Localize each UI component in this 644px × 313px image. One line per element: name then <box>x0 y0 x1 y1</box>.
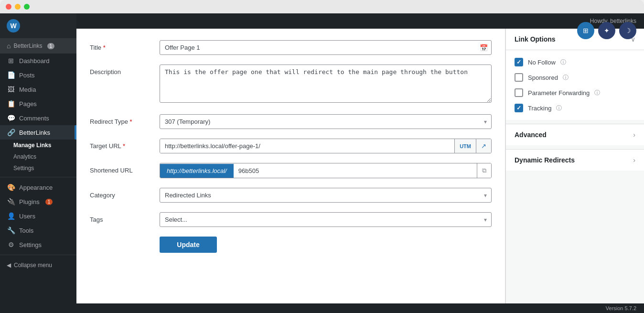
tracking-checkbox[interactable]: ✓ <box>515 104 523 112</box>
appearance-icon: 🎨 <box>7 183 15 191</box>
grid-view-button[interactable]: ⊞ <box>577 29 594 39</box>
sidebar-item-users[interactable]: 👤 Users <box>0 209 76 223</box>
redirect-type-select[interactable]: 307 (Temporary) 301 (Permanent) 302 (Tem… <box>160 114 492 129</box>
description-row: Description This is the offer page one t… <box>90 65 492 105</box>
sidebar-top-bar: ⌂ BetterLinks 1 <box>0 38 76 54</box>
appearance-label: Appearance <box>19 184 53 191</box>
dynamic-redirects-section: Dynamic Redirects › <box>506 149 644 171</box>
users-label: Users <box>19 213 35 220</box>
form-panel: Title * 📅 Description This <box>76 29 505 303</box>
sidebar-logo: W <box>0 13 76 38</box>
description-control-wrap: This is the offer page one that will red… <box>160 65 492 105</box>
betterlinks-icon: 🔗 <box>7 129 15 136</box>
copy-icon: ⧉ <box>482 167 486 174</box>
copy-button[interactable]: ⧉ <box>477 163 491 178</box>
update-label-spacer <box>90 237 152 240</box>
category-select[interactable]: Redirected Links Uncategorized <box>160 188 492 203</box>
link-options-section: Link Options ∨ ✓ No Follow ⓘ <box>506 29 644 120</box>
sidebar-subitem-settings[interactable]: Settings <box>0 162 76 174</box>
category-row: Category Redirected Links Uncategorized … <box>90 188 492 203</box>
shortened-url-base[interactable]: http://betterlinks.local/ <box>160 164 234 178</box>
redirect-required: * <box>128 118 132 125</box>
site-name: BetterLinks <box>13 43 42 49</box>
tools-icon: 🔧 <box>7 227 15 234</box>
title-required: * <box>101 44 106 51</box>
sidebar-item-label-dashboard: Dashboard <box>19 57 50 65</box>
update-button[interactable]: Update <box>160 237 217 253</box>
minimize-dot[interactable] <box>15 4 21 10</box>
parameter-forwarding-checkbox[interactable] <box>515 88 523 97</box>
plugins-label: Plugins <box>19 198 40 205</box>
no-follow-label: No Follow <box>528 59 556 66</box>
tags-select[interactable]: Select... <box>160 212 492 227</box>
parameter-forwarding-info-icon[interactable]: ⓘ <box>594 89 600 97</box>
target-url-required: * <box>121 142 125 150</box>
no-follow-checkmark: ✓ <box>516 59 521 65</box>
sponsored-label: Sponsored <box>528 74 558 81</box>
dynamic-redirects-header[interactable]: Dynamic Redirects › <box>506 150 644 171</box>
analytics-label: Analytics <box>13 153 36 160</box>
shortened-url-display: http://betterlinks.local/ 96b505 ⧉ <box>160 163 492 178</box>
sidebar-item-posts[interactable]: 📄 Posts <box>0 68 76 82</box>
plugins-badge: 1 <box>45 199 53 205</box>
close-dot[interactable] <box>6 4 11 10</box>
share-button[interactable]: ↗ <box>476 139 491 153</box>
collapse-menu-button[interactable]: ◀ Collapse menu <box>0 258 76 272</box>
plugins-icon: 🔌 <box>7 198 15 205</box>
tags-select-wrap: Select... ▾ <box>160 212 492 227</box>
main-area: Howdy, betterlinks Title * 📅 <box>76 13 644 313</box>
sidebar-item-dashboard[interactable]: ⊞ Dashboard <box>0 54 76 68</box>
no-follow-checkbox[interactable]: ✓ <box>515 58 523 66</box>
no-follow-info-icon[interactable]: ⓘ <box>560 58 566 66</box>
sidebar-item-betterlinks[interactable]: 🔗 BetterLinks <box>0 125 76 140</box>
advanced-title: Advanced <box>515 131 547 139</box>
shortened-url-label: Shortened URL <box>90 163 152 174</box>
sidebar-item-plugins[interactable]: 🔌 Plugins 1 <box>0 194 76 209</box>
pages-icon: 📋 <box>7 100 15 108</box>
version-text: Version 5.7.2 <box>606 305 636 311</box>
tracking-row: ✓ Tracking ⓘ <box>515 104 635 112</box>
tracking-label: Tracking <box>528 105 551 112</box>
content-area: Title * 📅 Description This <box>76 29 644 303</box>
title-input-wrap: 📅 <box>160 40 492 55</box>
target-url-label: Target URL * <box>90 139 152 150</box>
moon-view-button[interactable]: ☽ <box>619 29 636 39</box>
update-row: Update <box>90 237 492 253</box>
sidebar-item-media[interactable]: 🖼 Media <box>0 82 76 97</box>
users-icon: 👤 <box>7 212 15 220</box>
window-chrome <box>0 0 644 13</box>
sidebar-item-pages[interactable]: 📋 Pages <box>0 97 76 111</box>
redirect-type-row: Redirect Type * 307 (Temporary) 301 (Per… <box>90 114 492 129</box>
sponsored-checkbox[interactable] <box>515 73 523 82</box>
media-icon: 🖼 <box>7 86 15 93</box>
update-control-wrap: Update <box>160 237 492 253</box>
dashboard-icon: ⊞ <box>7 57 15 65</box>
advanced-header[interactable]: Advanced › <box>506 124 644 145</box>
utm-button[interactable]: UTM <box>454 139 476 153</box>
sidebar-item-tools[interactable]: 🔧 Tools <box>0 223 76 237</box>
sidebar-item-settings-global[interactable]: ⚙ Settings <box>0 237 76 252</box>
sun-view-button[interactable]: ✦ <box>598 29 615 39</box>
collapse-label: Collapse menu <box>14 262 52 269</box>
sidebar-item-appearance[interactable]: 🎨 Appearance <box>0 180 76 194</box>
sidebar-divider <box>0 177 76 177</box>
description-textarea[interactable]: This is the offer page one that will red… <box>160 65 492 103</box>
target-url-input-wrap: UTM ↗ <box>160 139 492 153</box>
title-input[interactable] <box>160 40 492 55</box>
link-options-body: ✓ No Follow ⓘ Sponsored ⓘ <box>506 50 644 120</box>
admin-bar: Howdy, betterlinks <box>76 13 644 29</box>
no-follow-row: ✓ No Follow ⓘ <box>515 58 635 66</box>
logo-icon: W <box>7 19 20 32</box>
sidebar-subitem-analytics[interactable]: Analytics <box>0 151 76 162</box>
sidebar-subitem-manage-links[interactable]: Manage Links <box>0 140 76 151</box>
sponsored-info-icon[interactable]: ⓘ <box>563 74 569 82</box>
tracking-info-icon[interactable]: ⓘ <box>556 104 562 112</box>
title-row: Title * 📅 <box>90 40 492 55</box>
maximize-dot[interactable] <box>24 4 30 10</box>
sidebar-item-comments[interactable]: 💬 Comments <box>0 111 76 125</box>
sidebar-item-label-pages: Pages <box>19 100 37 108</box>
sidebar-item-label-comments: Comments <box>19 115 49 122</box>
target-url-input[interactable] <box>160 139 454 153</box>
comments-icon: 💬 <box>7 114 15 122</box>
manage-links-label: Manage Links <box>13 142 51 149</box>
